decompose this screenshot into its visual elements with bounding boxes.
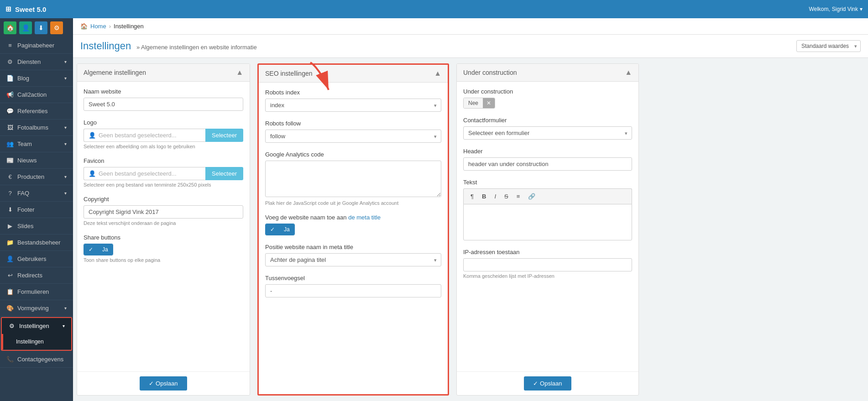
meta-toggle-label: Ja [279, 224, 294, 235]
logo-file-text: 👤 Geen bestand geselecteerd... [84, 129, 205, 142]
tekst-label: Tekst [463, 179, 632, 186]
algemene-save-btn[interactable]: ✓ Opslaan [140, 376, 187, 391]
grid-icon: ⊞ [5, 5, 11, 13]
page-title-area: Instellingen » Algemene instellingen en … [80, 40, 257, 52]
tussenvoegsel-input[interactable] [265, 284, 441, 297]
analytics-textarea[interactable] [265, 161, 441, 197]
favicon-select-btn[interactable]: Selecteer [205, 167, 243, 180]
sidebar-item-fotoalbums[interactable]: 🖼 Fotoalbums ▾ [0, 120, 73, 136]
meta-title-toggle[interactable]: ✓ Ja [265, 224, 295, 235]
sidebar-item-producten[interactable]: € Producten ▾ [0, 169, 73, 185]
robots-index-group: Robots index index noindex [265, 89, 441, 112]
favicon-file-row: 👤 Geen bestand geselecteerd... Selecteer [84, 167, 243, 180]
vormgeving-caret: ▾ [64, 306, 67, 311]
team-caret: ▾ [64, 141, 67, 146]
formulieren-icon: 📋 [6, 288, 14, 295]
seo-panel-body: Robots index index noindex Robots follow [259, 83, 448, 394]
sidebar-item-instellingen[interactable]: ⚙ Instellingen ▾ [2, 318, 71, 334]
sidebar-sub-instellingen[interactable]: Instellingen [2, 334, 71, 350]
user-caret: ▾ [860, 6, 863, 12]
user-area[interactable]: Welkom, Sigrid Vink ▾ [809, 6, 863, 12]
analytics-group: Google Analytics code Plak hier de JavaS… [265, 151, 441, 206]
sidebar-item-gebruikers[interactable]: 👤 Gebruikers [0, 251, 73, 267]
contact-select-wrap: Selecteer een formulier [463, 126, 632, 140]
naam-label: Naam website [84, 88, 243, 95]
naam-input[interactable] [84, 98, 243, 111]
rte-bold-btn[interactable]: B [479, 192, 489, 201]
sidebar-item-blog[interactable]: 📄 Blog ▾ [0, 70, 73, 87]
ip-input[interactable] [463, 258, 632, 271]
robots-follow-label: Robots follow [265, 120, 441, 127]
rte-list-btn[interactable]: ≡ [513, 192, 523, 201]
rte-strike-btn[interactable]: S [501, 192, 512, 201]
uc-toggle-group: Under construction Nee ✕ [463, 88, 632, 109]
sidebar-item-contactgegevens[interactable]: 📞 Contactgegevens [0, 351, 73, 368]
breadcrumb-sep: › [109, 23, 111, 30]
robots-index-select-wrap: index noindex [265, 99, 441, 112]
sidebar-item-formulieren[interactable]: 📋 Formulieren [0, 284, 73, 300]
contact-label: Contactformulier [463, 117, 632, 124]
sidebar-item-vormgeving[interactable]: 🎨 Vormgeving ▾ [0, 300, 73, 317]
sidebar-item-diensten[interactable]: ⚙ Diensten ▾ [0, 54, 73, 70]
seo-panel-header: SEO instellingen ▲ [259, 65, 448, 83]
favicon-hint: Selecteer een png bestand van tenminste … [84, 182, 243, 187]
rte-paragraph-btn[interactable]: ¶ [467, 192, 477, 201]
logo-file-icon: 👤 [89, 132, 96, 139]
page-header: Instellingen » Algemene instellingen en … [73, 35, 868, 58]
sidebar-item-call2action[interactable]: 📢 Call2action [0, 87, 73, 103]
rte-area[interactable] [463, 204, 632, 240]
sidebar-item-team[interactable]: 👥 Team ▾ [0, 136, 73, 152]
sidebar-item-slides[interactable]: ▶ Slides [0, 218, 73, 234]
icon-btn-teal[interactable]: 👤 [19, 21, 32, 34]
sidebar-item-nieuws[interactable]: 📰 Nieuws [0, 152, 73, 169]
sidebar-item-referenties[interactable]: 💬 Referenties [0, 103, 73, 120]
fotoalbums-caret: ▾ [64, 125, 67, 130]
icon-btn-blue[interactable]: ⬇ [35, 21, 47, 34]
sidebar-item-paginabeheer[interactable]: ≡ Paginabeheer [0, 37, 73, 54]
rte-link-btn[interactable]: 🔗 [525, 192, 539, 201]
favicon-label: Favicon [84, 157, 243, 164]
breadcrumb-home[interactable]: Home [90, 23, 106, 30]
sidebar-item-footer[interactable]: ⬇ Footer [0, 202, 73, 218]
share-label: Share buttons [84, 234, 243, 241]
robots-follow-select[interactable]: follow nofollow [265, 130, 441, 143]
positie-group: Positie website naam in meta title Achte… [265, 244, 441, 266]
ip-label: IP-adressen toestaan [463, 249, 632, 255]
header-input[interactable] [463, 157, 632, 171]
tussenvoegsel-group: Tussenvoegsel [265, 275, 441, 297]
redirects-icon: ↩ [6, 272, 14, 279]
share-toggle[interactable]: ✓ Ja [84, 244, 113, 255]
logo-select-btn[interactable]: Selecteer [205, 129, 243, 142]
robots-index-select[interactable]: index noindex [265, 99, 441, 112]
sidebar-item-faq[interactable]: ? FAQ ▾ [0, 185, 73, 202]
share-check: ✓ [84, 244, 98, 255]
seo-collapse-btn[interactable]: ▲ [434, 69, 441, 78]
algemene-collapse-btn[interactable]: ▲ [236, 68, 243, 77]
icon-btn-orange[interactable]: ⚙ [50, 21, 63, 34]
content-area: 🏠 Home › Instellingen Instellingen » Alg… [73, 18, 868, 401]
sidebar-item-bestandsbeheer[interactable]: 📁 Bestandsbeheer [0, 234, 73, 251]
contact-select[interactable]: Selecteer een formulier [463, 126, 632, 140]
gebruikers-icon: 👤 [6, 255, 14, 262]
std-dropdown[interactable]: Standaard waardes [796, 40, 861, 52]
sidebar-item-redirects[interactable]: ↩ Redirects [0, 267, 73, 284]
analytics-hint: Plak hier de JavaScript code uit je Goog… [265, 200, 441, 206]
icon-btn-green[interactable]: 🏠 [4, 21, 16, 34]
logo-placeholder: Geen bestand geselecteerd... [99, 132, 177, 139]
robots-follow-group: Robots follow follow nofollow [265, 120, 441, 143]
ip-hint: Komma gescheiden lijst met IP-adressen [463, 273, 632, 279]
copyright-input[interactable] [84, 205, 243, 219]
positie-select-wrap: Achter de pagina titel Voor de pagina ti… [265, 253, 441, 266]
algemene-title: Algemene instellingen [84, 69, 146, 76]
meta-title-link[interactable]: de meta title [348, 214, 381, 221]
share-group: Share buttons ✓ Ja Toon share buttons op… [84, 234, 243, 263]
tussenvoegsel-label: Tussenvoegsel [265, 275, 441, 281]
uc-collapse-btn[interactable]: ▲ [625, 68, 632, 77]
contactgegevens-icon: 📞 [6, 356, 14, 363]
rte-italic-btn[interactable]: I [491, 192, 499, 201]
uc-save-btn[interactable]: ✓ Opslaan [524, 376, 571, 391]
page-subtitle: » Algemene instellingen en website infor… [136, 44, 257, 51]
positie-select[interactable]: Achter de pagina titel Voor de pagina ti… [265, 253, 441, 266]
copyright-label: Copyright [84, 196, 243, 203]
uc-nee-x[interactable]: ✕ [483, 98, 495, 108]
